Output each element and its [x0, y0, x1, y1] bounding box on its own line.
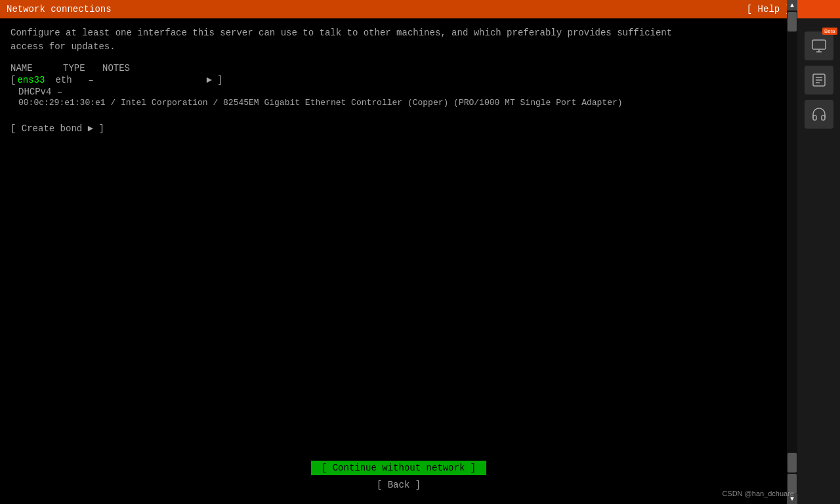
description-line2: access for updates. [10, 40, 787, 54]
top-bar-title: Network connections [7, 4, 112, 14]
back-button[interactable]: [ Back ] [366, 478, 431, 492]
dhcp-label: DHCPv4 – [18, 87, 62, 97]
continue-without-network-button[interactable]: [ Continue without network ] [311, 461, 486, 475]
network-table: NAME TYPE NOTES [ ens33 eth – ► ] DHCPv4… [10, 63, 787, 108]
create-bond-label: [ Create bond ► ] [10, 123, 104, 134]
ens33-type: eth [55, 75, 88, 85]
monitor-icon [811, 38, 827, 54]
ens33-row[interactable]: [ ens33 eth – ► ] [10, 75, 787, 85]
scrollbar-area: ▲ ▼ [787, 0, 797, 504]
mac-label: 00:0c:29:e1:30:e1 / Intel Corporation / … [18, 98, 623, 108]
beta-badge: Beta [822, 28, 837, 35]
dhcp-row: DHCPv4 – [10, 87, 787, 97]
svg-rect-0 [812, 40, 826, 49]
scroll-indicator-1 [788, 12, 797, 32]
sidebar-headphone-item[interactable] [805, 100, 833, 129]
scroll-up-button[interactable]: ▲ [787, 0, 797, 10]
sidebar-items: Beta [797, 32, 840, 129]
sidebar-top-orange [797, 0, 840, 18]
right-sidebar: Beta [797, 0, 840, 504]
terminal: Network connections [ Help ] Configure a… [0, 0, 797, 504]
sidebar-beta-item[interactable]: Beta [805, 32, 833, 60]
sidebar-edit-item[interactable] [805, 66, 833, 94]
top-bar: Network connections [ Help ] [0, 0, 797, 18]
scroll-indicator-2 [788, 453, 797, 472]
ens33-notes: – [88, 75, 206, 85]
bottom-buttons: [ Continue without network ] [ Back ] [0, 461, 797, 492]
ens33-bracket-open: [ [10, 75, 16, 85]
edit-icon [811, 72, 827, 88]
content-area: Configure at least one interface this se… [0, 18, 797, 142]
ens33-arrow: ► ] [206, 75, 222, 85]
col-name-header: NAME [10, 63, 63, 74]
description: Configure at least one interface this se… [10, 26, 787, 54]
mac-row: 00:0c:29:e1:30:e1 / Intel Corporation / … [10, 98, 787, 108]
description-line1: Configure at least one interface this se… [10, 26, 787, 40]
ens33-name: ens33 [17, 75, 55, 85]
col-type-header: TYPE [63, 63, 102, 74]
table-header: NAME TYPE NOTES [10, 63, 787, 74]
headphone-icon [811, 106, 827, 122]
create-bond-button[interactable]: [ Create bond ► ] [10, 123, 104, 134]
col-notes-header: NOTES [102, 63, 234, 74]
csdn-watermark: CSDN @han_dchuare [722, 490, 794, 497]
help-button[interactable]: [ Help ] [747, 4, 791, 14]
